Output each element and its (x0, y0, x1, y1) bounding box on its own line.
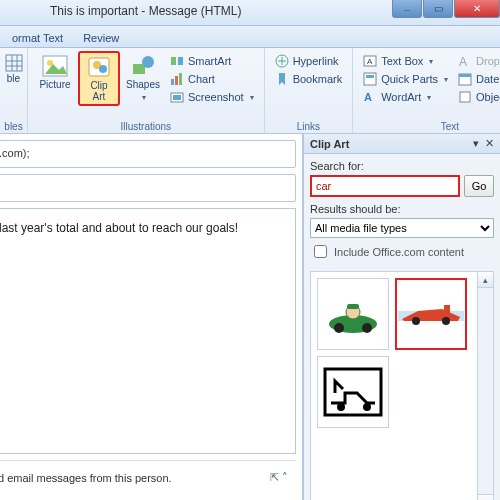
tow-truck-icon (323, 367, 383, 417)
pane-close-button[interactable]: ✕ (485, 137, 494, 150)
clip-art-label: Clip Art (81, 80, 117, 102)
svg-text:A: A (364, 91, 372, 103)
svg-text:A: A (367, 57, 373, 66)
wordart-icon: A (363, 90, 377, 104)
race-car-icon (398, 299, 464, 329)
smartart-icon (170, 54, 184, 68)
table-icon (5, 54, 23, 72)
scroll-down-icon[interactable]: ▾ (478, 494, 493, 500)
date-time-label: Date & Time (476, 73, 500, 85)
svg-rect-13 (178, 57, 183, 65)
group-illustrations: Picture Clip Art Shapes SmartArt Chart (28, 48, 265, 133)
svg-rect-27 (459, 74, 471, 77)
wordart-button[interactable]: A WordArt (359, 89, 452, 105)
svg-point-40 (442, 317, 450, 325)
shapes-button[interactable]: Shapes (122, 51, 164, 105)
svg-rect-18 (173, 95, 181, 100)
quick-parts-icon (363, 72, 377, 86)
title-bar: This is important - Message (HTML) (0, 0, 500, 26)
pane-menu-button[interactable]: ▾ (473, 137, 479, 150)
results-should-be-label: Results should be: (310, 203, 494, 215)
text-box-icon: A (363, 54, 377, 68)
close-button[interactable] (454, 0, 500, 18)
smartart-label: SmartArt (188, 55, 231, 67)
message-pane: .com); last year's total and about to re… (0, 134, 303, 500)
text-box-button[interactable]: A Text Box (359, 53, 452, 69)
svg-rect-16 (179, 73, 182, 85)
hyperlink-button[interactable]: Hyperlink (271, 53, 347, 69)
smartart-button[interactable]: SmartArt (166, 53, 258, 69)
links-group-label: Links (297, 121, 320, 132)
shapes-icon (130, 54, 156, 78)
results-panel: ▴ ▾ (310, 271, 494, 500)
picture-button[interactable]: Picture (34, 51, 76, 93)
result-race-car[interactable] (395, 278, 467, 350)
clip-art-button[interactable]: Clip Art (78, 51, 120, 106)
scroll-up-icon[interactable]: ▴ (478, 272, 493, 288)
results-scrollbar[interactable]: ▴ ▾ (477, 272, 493, 500)
svg-rect-22 (364, 73, 376, 85)
svg-point-9 (99, 65, 107, 73)
svg-rect-12 (171, 57, 176, 65)
table-label: ble (4, 73, 24, 84)
picture-label: Picture (36, 79, 74, 90)
tab-format-text[interactable]: ormat Text (2, 29, 73, 47)
window-controls (391, 0, 500, 25)
ribbon-tabs: ormat Text Review (0, 26, 500, 48)
svg-rect-15 (175, 76, 178, 85)
table-button[interactable]: ble (2, 51, 26, 87)
media-type-select[interactable]: All media file types (310, 218, 494, 238)
svg-rect-23 (366, 75, 374, 78)
window-title: This is important - Message (HTML) (50, 4, 241, 18)
svg-rect-0 (6, 55, 22, 71)
chart-button[interactable]: Chart (166, 71, 258, 87)
svg-point-34 (362, 323, 372, 333)
people-pane-info: d email messages from this person. ⇱ ˄ (0, 460, 296, 494)
maximize-button[interactable] (423, 0, 453, 18)
svg-point-33 (334, 323, 344, 333)
svg-rect-38 (444, 305, 450, 315)
clip-art-pane-title: Clip Art (310, 138, 349, 150)
object-label: Object (476, 91, 500, 103)
svg-rect-36 (347, 304, 359, 309)
picture-icon (41, 54, 69, 78)
screenshot-button[interactable]: Screenshot (166, 89, 258, 105)
message-body[interactable]: last year's total and about to reach our… (0, 208, 296, 454)
group-links: Hyperlink Bookmark Links (265, 48, 354, 133)
clip-art-pane-body: Search for: Go Results should be: All me… (304, 154, 500, 500)
bookmark-label: Bookmark (293, 73, 343, 85)
search-input[interactable] (310, 175, 460, 197)
include-office-checkbox[interactable] (314, 245, 327, 258)
group-text: A Text Box Quick Parts A WordArt A Drop … (353, 48, 500, 133)
green-car-icon (323, 294, 383, 334)
main-area: .com); last year's total and about to re… (0, 134, 500, 500)
drop-cap-button[interactable]: A Drop Cap (454, 53, 500, 69)
result-green-car[interactable] (317, 278, 389, 350)
go-button[interactable]: Go (464, 175, 494, 197)
screenshot-label: Screenshot (188, 91, 244, 103)
info-text: d email messages from this person. (0, 472, 172, 484)
chart-icon (170, 72, 184, 86)
svg-point-11 (142, 56, 154, 68)
subject-field[interactable] (0, 174, 296, 202)
svg-rect-28 (460, 92, 470, 102)
object-button[interactable]: Object (454, 89, 500, 105)
clip-art-icon (86, 55, 112, 79)
bookmark-button[interactable]: Bookmark (271, 71, 347, 87)
tab-review[interactable]: Review (73, 29, 129, 47)
to-field[interactable]: .com); (0, 140, 296, 168)
expand-icon[interactable]: ⇱ ˄ (270, 471, 288, 484)
group-tables: ble bles (0, 48, 28, 133)
drop-cap-icon: A (458, 54, 472, 68)
quick-parts-button[interactable]: Quick Parts (359, 71, 452, 87)
svg-point-6 (47, 60, 53, 66)
date-time-button[interactable]: Date & Time (454, 71, 500, 87)
body-text: last year's total and about to reach our… (0, 221, 238, 235)
minimize-button[interactable] (392, 0, 422, 18)
result-tow-truck[interactable] (317, 356, 389, 428)
date-time-icon (458, 72, 472, 86)
clip-art-pane-header: Clip Art ▾ ✕ (304, 134, 500, 154)
svg-point-43 (363, 403, 371, 411)
text-box-label: Text Box (381, 55, 423, 67)
shapes-label: Shapes (124, 79, 162, 90)
